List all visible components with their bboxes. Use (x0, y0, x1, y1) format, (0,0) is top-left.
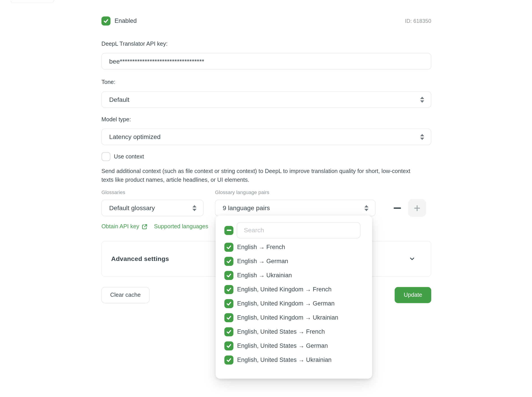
language-pairs-dropdown: English → French English → German Englis… (216, 216, 372, 379)
check-icon (226, 244, 232, 250)
pair-checkbox[interactable] (224, 285, 233, 294)
language-pair-option[interactable]: English, United Kingdom → French (224, 282, 372, 297)
select-all-checkbox-indeterminate[interactable] (224, 226, 233, 235)
integration-id: ID: 618350 (405, 18, 431, 24)
language-pair-option[interactable]: English, United States → Ukrainian (224, 353, 372, 367)
indeterminate-icon (227, 230, 231, 231)
tone-label: Tone: (101, 79, 431, 86)
use-context-row: Use context (101, 152, 431, 161)
model-type-label: Model type: (101, 116, 431, 123)
check-icon (226, 272, 232, 278)
language-pair-option[interactable]: English, United States → German (224, 339, 372, 353)
obtain-api-key-text: Obtain API key (101, 223, 139, 230)
pair-checkbox[interactable] (224, 271, 233, 280)
pair-label: English, United States → Ukrainian (237, 356, 332, 363)
check-icon (226, 343, 232, 349)
settings-page: Enabled ID: 618350 DeepL Translator API … (0, 0, 532, 397)
pair-checkbox[interactable] (224, 242, 233, 252)
pair-label: English, United Kingdom → French (237, 286, 332, 293)
language-pairs-select[interactable]: 9 language pairs (215, 200, 376, 216)
plus-icon: + (414, 202, 420, 214)
clear-cache-button[interactable]: Clear cache (101, 287, 149, 303)
language-pair-option[interactable]: English, United Kingdom → Ukrainian (224, 311, 372, 325)
select-arrows-icon (420, 134, 424, 140)
language-pair-list: English → French English → German Englis… (224, 240, 372, 367)
tone-value: Default (109, 96, 420, 103)
pair-label: English, United Kingdom → Ukrainian (237, 314, 338, 321)
glossary-select[interactable]: Default glossary (101, 200, 204, 216)
supported-languages-text: Supported languages (154, 223, 208, 230)
enabled-label: Enabled (115, 18, 137, 25)
pair-label: English → Ukrainian (237, 272, 292, 279)
supported-languages-link[interactable]: Supported languages (154, 223, 208, 230)
update-button[interactable]: Update (395, 287, 431, 303)
check-icon (103, 18, 109, 24)
model-type-value: Latency optimized (109, 133, 420, 141)
check-icon (226, 301, 232, 306)
minus-icon (394, 207, 401, 209)
tone-select[interactable]: Default (101, 91, 431, 108)
glossary-row: Default glossary 9 language pairs + (101, 199, 431, 217)
enabled-checkbox[interactable] (101, 17, 111, 26)
clipped-top-element (11, 0, 54, 3)
language-pairs-value: 9 language pairs (223, 204, 364, 212)
api-key-label: DeepL Translator API key: (101, 41, 431, 47)
pair-checkbox[interactable] (224, 341, 233, 350)
select-arrows-icon (193, 205, 197, 211)
check-icon (226, 258, 232, 264)
language-pair-option[interactable]: English → German (224, 254, 372, 268)
api-key-input[interactable] (101, 53, 431, 70)
pair-checkbox[interactable] (224, 355, 233, 365)
remove-glossary-button[interactable] (392, 203, 402, 213)
language-pair-option[interactable]: English → French (224, 240, 372, 254)
glossary-pairs-label: Glossary language pairs (215, 189, 269, 195)
chevron-down-icon (410, 256, 415, 262)
glossary-value: Default glossary (109, 204, 193, 212)
pair-checkbox[interactable] (224, 257, 233, 266)
pair-label: English → French (237, 243, 285, 251)
language-pair-option[interactable]: English, United Kingdom → German (224, 297, 372, 311)
glossaries-label: Glossaries (101, 189, 215, 195)
pair-label: English, United States → French (237, 328, 325, 335)
language-pair-option[interactable]: English → Ukrainian (224, 268, 372, 282)
check-icon (226, 357, 232, 363)
external-link-icon (142, 224, 148, 230)
use-context-description: Send additional context (such as file co… (101, 167, 411, 184)
advanced-settings-title: Advanced settings (111, 255, 169, 262)
obtain-api-key-link[interactable]: Obtain API key (101, 223, 148, 230)
pair-checkbox[interactable] (224, 313, 233, 322)
pair-checkbox[interactable] (224, 327, 233, 336)
select-arrows-icon (364, 205, 369, 211)
glossary-labels-row: Glossaries Glossary language pairs (101, 189, 431, 195)
check-icon (226, 329, 232, 335)
language-pair-option[interactable]: English, United States → French (224, 325, 372, 339)
pair-label: English, United Kingdom → German (237, 300, 335, 307)
use-context-checkbox[interactable] (101, 152, 111, 161)
check-icon (226, 286, 232, 292)
pair-label: English → German (237, 258, 288, 265)
model-type-select[interactable]: Latency optimized (101, 129, 431, 145)
check-icon (226, 315, 232, 321)
use-context-label: Use context (114, 153, 144, 160)
dropdown-search-row (224, 222, 372, 238)
enabled-row: Enabled ID: 618350 (101, 17, 431, 26)
pair-checkbox[interactable] (224, 299, 233, 308)
pair-label: English, United States → German (237, 342, 328, 349)
add-glossary-button[interactable]: + (408, 199, 426, 217)
select-arrows-icon (420, 96, 424, 103)
dropdown-search-input[interactable] (237, 222, 361, 238)
